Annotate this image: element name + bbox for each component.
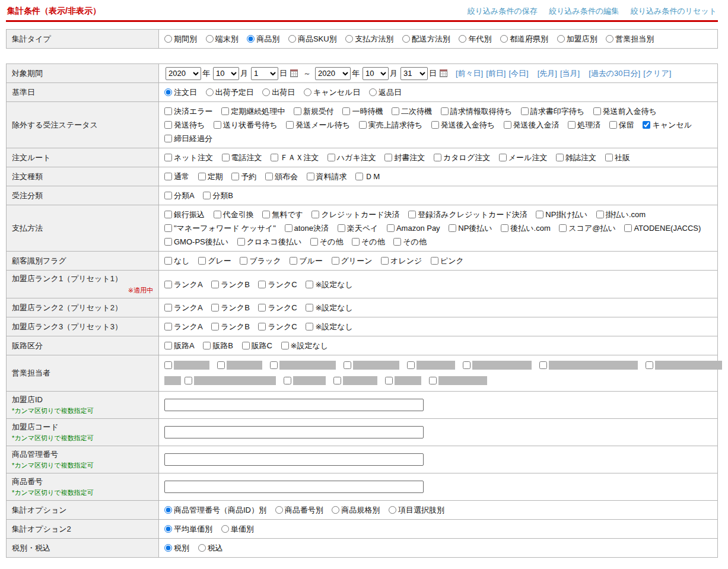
checkbox-input[interactable] <box>164 121 172 129</box>
radio-input[interactable] <box>164 35 172 43</box>
checkbox-input[interactable] <box>556 154 564 161</box>
checkbox-input[interactable] <box>198 173 206 180</box>
checkbox-input[interactable] <box>214 211 221 218</box>
checkbox-option-label[interactable]: 販路A <box>164 341 195 350</box>
checkbox-option-label[interactable]: 分類A <box>164 191 195 200</box>
radio-input[interactable] <box>262 88 270 96</box>
checkbox-option-label[interactable]: グリーン <box>332 256 373 265</box>
checkbox-option-label[interactable]: 請求書印字待ち <box>521 107 584 116</box>
radio-option-label[interactable]: 税込 <box>198 543 223 552</box>
checkbox-input[interactable] <box>344 361 351 369</box>
radio-input[interactable] <box>164 525 172 533</box>
checkbox-option-label[interactable]: 販路C <box>242 341 272 350</box>
checkbox-option-label[interactable]: ATODENE(JACCS) <box>624 224 701 233</box>
checkbox-input[interactable] <box>434 154 441 161</box>
checkbox-input[interactable] <box>211 304 219 311</box>
checkbox-input[interactable] <box>217 361 225 369</box>
checkbox-option-label[interactable]: 通常 <box>164 172 189 181</box>
checkbox-input[interactable] <box>407 361 415 369</box>
checkbox-input[interactable] <box>164 192 172 199</box>
checkbox-option-label[interactable]: atone決済 <box>285 224 329 233</box>
checkbox-option-label[interactable]: オレンジ <box>381 256 422 265</box>
radio-option-label[interactable]: 期間別 <box>164 34 197 43</box>
radio-option-label[interactable]: 端末別 <box>206 34 239 43</box>
checkbox-option-label[interactable]: メール注文 <box>499 153 548 162</box>
checkbox-input[interactable] <box>392 107 399 115</box>
checkbox-input[interactable] <box>384 154 392 161</box>
radio-input[interactable] <box>164 88 172 96</box>
radio-input[interactable] <box>221 525 229 533</box>
checkbox-option-label[interactable]: 実売上請求待ち <box>359 120 422 129</box>
radio-option-label[interactable]: 商品番号別 <box>275 506 323 514</box>
checkbox-input[interactable] <box>222 154 230 161</box>
radio-input[interactable] <box>500 35 508 43</box>
checkbox-input[interactable] <box>185 377 192 384</box>
reset-filter-link[interactable]: 絞り込み条件のリセット <box>631 7 717 15</box>
checkbox-option-label[interactable]: ブラック <box>240 256 281 265</box>
checkbox-input[interactable] <box>521 107 529 115</box>
checkbox-option-label[interactable]: 無料です <box>262 210 303 219</box>
checkbox-input[interactable] <box>285 224 293 232</box>
checkbox-option-label[interactable]: 決済エラー <box>164 107 213 116</box>
checkbox-input[interactable] <box>408 211 416 218</box>
save-filter-link[interactable]: 絞り込み条件の保存 <box>468 7 538 15</box>
radio-input[interactable] <box>345 35 353 43</box>
checkbox-input[interactable] <box>164 107 172 115</box>
radio-option-label[interactable]: 営業担当別 <box>606 34 654 43</box>
checkbox-option-label[interactable] <box>284 376 327 385</box>
checkbox-input[interactable] <box>338 224 345 232</box>
checkbox-input[interactable] <box>596 211 604 218</box>
radio-input[interactable] <box>606 35 613 43</box>
checkbox-input[interactable] <box>307 173 314 180</box>
visibility-toggle-link[interactable]: （表示/非表示） <box>40 6 101 15</box>
radio-input[interactable] <box>402 35 410 43</box>
from-month-select[interactable]: 10 <box>213 67 239 80</box>
checkbox-input[interactable] <box>203 192 211 199</box>
checkbox-input[interactable] <box>164 154 172 161</box>
radio-option-label[interactable]: 支払方法別 <box>345 34 393 43</box>
to-day-select[interactable]: 31 <box>400 67 428 80</box>
checkbox-option-label[interactable] <box>646 361 722 370</box>
radio-option-label[interactable]: 商品規格別 <box>332 506 380 514</box>
checkbox-option-label[interactable]: 資料請求 <box>307 172 347 181</box>
checkbox-input[interactable] <box>214 121 221 129</box>
checkbox-option-label[interactable]: その他 <box>352 237 385 246</box>
checkbox-input[interactable] <box>431 121 439 129</box>
checkbox-input[interactable] <box>441 107 449 115</box>
checkbox-input[interactable] <box>539 361 547 369</box>
checkbox-input[interactable] <box>221 107 229 115</box>
checkbox-option-label[interactable]: 発送後入金済 <box>504 120 559 129</box>
checkbox-input[interactable] <box>211 281 219 288</box>
checkbox-input[interactable] <box>385 377 393 384</box>
checkbox-option-label[interactable] <box>407 361 456 370</box>
checkbox-option-label[interactable]: 発送待ち <box>164 120 205 129</box>
checkbox-option-label[interactable]: 分類B <box>203 191 233 200</box>
radio-input[interactable] <box>164 506 172 514</box>
checkbox-option-label[interactable]: 封書注文 <box>384 153 425 162</box>
checkbox-option-label[interactable]: 掛払い.com <box>596 210 646 219</box>
checkbox-input[interactable] <box>286 121 294 129</box>
checkbox-option-label[interactable]: 送り状番号待ち <box>214 120 278 129</box>
date-shortcut-link[interactable]: [先月] <box>538 69 557 78</box>
checkbox-input[interactable] <box>258 304 266 311</box>
checkbox-option-label[interactable]: Amazon Pay <box>387 224 440 233</box>
date-shortcut-link[interactable]: [クリア] <box>643 69 671 78</box>
checkbox-option-label[interactable]: ブルー <box>290 256 323 265</box>
checkbox-input[interactable] <box>559 224 567 232</box>
checkbox-option-label[interactable]: "マネーフォワード ケッサイ" <box>164 224 276 233</box>
checkbox-option-label[interactable]: ＤＭ <box>355 172 380 181</box>
checkbox-input[interactable] <box>643 121 650 129</box>
checkbox-option-label[interactable]: 新規受付 <box>294 107 334 116</box>
radio-input[interactable] <box>198 544 206 552</box>
checkbox-input[interactable] <box>431 257 438 265</box>
checkbox-input[interactable] <box>355 173 363 180</box>
checkbox-input[interactable] <box>429 377 437 384</box>
checkbox-input[interactable] <box>609 121 617 129</box>
radio-input[interactable] <box>288 35 296 43</box>
checkbox-option-label[interactable]: キャンセル <box>643 120 692 129</box>
checkbox-option-label[interactable] <box>185 376 277 385</box>
checkbox-option-label[interactable]: 処理済 <box>568 120 600 129</box>
checkbox-input[interactable] <box>164 281 172 288</box>
checkbox-input[interactable] <box>164 361 172 369</box>
checkbox-option-label[interactable]: 発送後入金待ち <box>431 120 495 129</box>
